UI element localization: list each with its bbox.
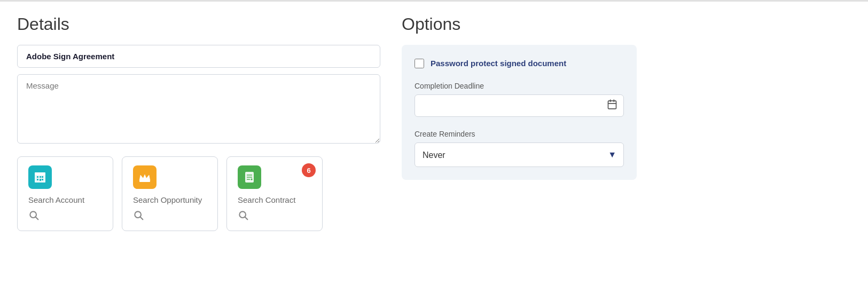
options-section: Options Password protect signed document… (402, 14, 637, 288)
completion-deadline-field: Completion Deadline (415, 82, 624, 117)
details-title: Details (17, 14, 380, 34)
create-reminders-field: Create Reminders Never Every Day Every W… (415, 130, 624, 167)
search-account-card[interactable]: Search Account (17, 156, 113, 231)
svg-line-19 (245, 217, 248, 220)
svg-rect-2 (37, 176, 38, 178)
contract-badge: 6 (302, 163, 316, 177)
search-cards-container: Search Account Search Oppor (17, 156, 380, 231)
password-protect-checkbox[interactable] (415, 59, 424, 68)
svg-rect-11 (139, 180, 150, 182)
contract-card-label: Search Contract (238, 195, 311, 204)
svg-rect-0 (35, 175, 45, 183)
opportunity-icon (133, 165, 157, 189)
opportunity-search-icon (133, 210, 207, 223)
password-protect-label: Password protect signed document (431, 58, 566, 69)
svg-rect-6 (40, 179, 41, 181)
svg-rect-1 (35, 172, 45, 175)
reminders-select[interactable]: Never Every Day Every Week (415, 142, 624, 167)
account-icon (28, 165, 52, 189)
create-reminders-label: Create Reminders (415, 130, 624, 138)
opportunity-card-label: Search Opportunity (133, 195, 207, 204)
details-section: Details (17, 14, 380, 288)
date-input-wrapper (415, 94, 624, 117)
account-card-label: Search Account (28, 195, 102, 204)
completion-deadline-label: Completion Deadline (415, 82, 624, 90)
contract-icon (238, 165, 261, 189)
svg-marker-10 (139, 175, 150, 180)
svg-rect-4 (42, 176, 43, 178)
message-textarea[interactable] (17, 74, 380, 144)
completion-deadline-input[interactable] (415, 94, 624, 117)
account-search-icon (28, 210, 102, 223)
search-opportunity-card[interactable]: Search Opportunity (122, 156, 218, 231)
svg-rect-5 (37, 179, 38, 180)
svg-line-13 (140, 217, 143, 220)
agreement-name-input[interactable] (17, 45, 380, 68)
options-panel: Password protect signed document Complet… (402, 45, 637, 180)
svg-rect-7 (42, 179, 43, 180)
svg-rect-3 (40, 176, 41, 178)
options-title: Options (402, 14, 637, 34)
svg-line-9 (36, 217, 38, 220)
password-protect-row: Password protect signed document (415, 58, 624, 69)
search-contract-card[interactable]: 6 Search Contract (226, 156, 323, 231)
contract-search-icon (238, 210, 311, 223)
reminders-select-wrapper: Never Every Day Every Week ▼ (415, 142, 624, 167)
